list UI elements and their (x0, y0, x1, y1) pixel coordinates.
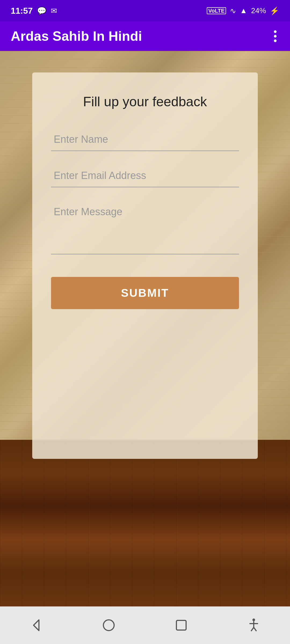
svg-marker-0 (34, 620, 39, 631)
overflow-menu-button[interactable] (271, 28, 279, 45)
back-button[interactable] (26, 614, 47, 636)
name-input[interactable] (51, 128, 239, 151)
status-time: 11:57 (11, 6, 33, 16)
battery-icon: ⚡ (270, 6, 279, 15)
app-bar: Ardas Sahib In Hindi (0, 21, 290, 51)
accessibility-icon (246, 617, 262, 633)
email-input[interactable] (51, 164, 239, 187)
svg-rect-2 (176, 620, 186, 630)
message-input-group (51, 201, 239, 255)
email-icon: ✉ (51, 6, 57, 15)
email-input-group (51, 164, 239, 187)
feedback-card: Fill up your feedback SUBMIT (32, 72, 258, 459)
svg-line-7 (254, 627, 256, 631)
message-input[interactable] (51, 201, 239, 254)
overflow-dot-2 (274, 35, 277, 38)
status-bar: 11:57 💬 ✉ VoLTE ∿ ▲ 24% ⚡ (0, 0, 290, 21)
back-icon (28, 617, 44, 633)
battery-text: 24% (251, 6, 266, 15)
svg-point-3 (252, 619, 255, 621)
name-input-group (51, 128, 239, 151)
signal-icon: ▲ (240, 6, 247, 15)
accessibility-button[interactable] (243, 614, 264, 636)
status-right: VoLTE ∿ ▲ 24% ⚡ (207, 6, 279, 15)
wifi-icon: ∿ (230, 6, 236, 15)
overflow-dot-1 (274, 30, 277, 33)
overflow-dot-3 (274, 39, 277, 42)
submit-button[interactable]: SUBMIT (51, 277, 239, 309)
recents-button[interactable] (171, 614, 192, 636)
bottom-navigation (0, 606, 290, 644)
home-icon (101, 617, 117, 633)
status-left: 11:57 💬 ✉ (11, 6, 57, 16)
app-title: Ardas Sahib In Hindi (11, 28, 142, 44)
recents-icon (173, 617, 189, 633)
svg-point-1 (103, 620, 114, 631)
form-title: Fill up your feedback (51, 94, 239, 109)
svg-line-6 (251, 627, 254, 631)
sms-icon: 💬 (37, 6, 46, 15)
background-container: Fill up your feedback SUBMIT (0, 51, 290, 606)
home-button[interactable] (98, 614, 119, 636)
volte-badge: VoLTE (207, 7, 226, 14)
floor-background (0, 440, 290, 606)
